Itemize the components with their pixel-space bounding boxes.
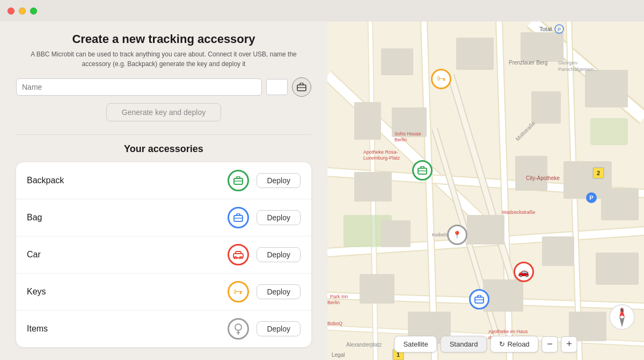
svg-text:Wadzeckstraße: Wadzeckstraße — [502, 210, 535, 215]
svg-rect-15 — [381, 48, 413, 75]
svg-rect-23 — [515, 156, 547, 191]
accessories-title: Your accessories — [16, 143, 311, 155]
marker-items[interactable]: 📍 — [447, 225, 467, 245]
svg-rect-17 — [521, 32, 564, 62]
svg-text:Apotheke Rosa-: Apotheke Rosa- — [363, 149, 398, 155]
minimize-button[interactable] — [19, 8, 26, 15]
deploy-button-bag[interactable]: Deploy — [257, 210, 301, 225]
deploy-button-backpack[interactable]: Deploy — [257, 173, 301, 188]
svg-text:Total: Total — [539, 26, 552, 32]
accessory-name: Keys — [27, 287, 228, 297]
accessory-icon — [228, 170, 249, 191]
accessory-item: Backpack Deploy — [16, 162, 311, 199]
svg-rect-27 — [467, 215, 504, 244]
map-legal: Legal — [332, 352, 345, 358]
svg-text:Berlin: Berlin — [394, 137, 407, 142]
zoom-in-button[interactable]: + — [561, 336, 577, 352]
svg-text:P: P — [558, 27, 561, 32]
standard-button[interactable]: Standard — [441, 336, 487, 352]
svg-rect-29 — [596, 253, 639, 285]
svg-text:Apotheke im Haus: Apotheke im Haus — [488, 329, 528, 334]
divider — [16, 134, 311, 135]
accessory-icon — [228, 207, 249, 228]
svg-rect-25 — [601, 188, 639, 220]
svg-point-9 — [235, 324, 241, 330]
svg-rect-14 — [590, 118, 628, 145]
svg-rect-28 — [542, 236, 574, 266]
svg-text:Park Inn: Park Inn — [330, 294, 348, 299]
svg-text:Luxemburg-Platz: Luxemburg-Platz — [363, 155, 400, 161]
accessory-name: Backpack — [27, 176, 228, 185]
close-button[interactable] — [8, 8, 14, 15]
svg-text:BoboQ: BoboQ — [327, 321, 342, 326]
svg-text:City-Apotheke: City-Apotheke — [526, 175, 560, 181]
input-row — [16, 77, 311, 97]
name-input[interactable] — [16, 78, 262, 96]
svg-rect-18 — [354, 102, 381, 140]
svg-text:P: P — [589, 195, 593, 201]
accessory-item: Keys🗝Deploy — [16, 273, 311, 311]
svg-rect-22 — [354, 172, 392, 201]
deploy-button-items[interactable]: Deploy — [257, 321, 301, 336]
accessory-name: Items — [27, 324, 228, 334]
marker-backpack[interactable] — [412, 160, 433, 181]
accessory-item: Car Deploy — [16, 236, 311, 273]
svg-rect-26 — [381, 220, 411, 247]
svg-rect-30 — [360, 274, 394, 304]
panel-title: Create a new tracking accessory — [16, 32, 311, 46]
map-panel: Total P Prenzlauer Berg Georgen- Parochi… — [327, 21, 644, 360]
svg-text:Alexanderplatz: Alexanderplatz — [346, 342, 382, 348]
reload-icon: ↻ — [499, 340, 505, 348]
accessory-name: Bag — [27, 213, 228, 222]
svg-text:Berlin: Berlin — [327, 300, 340, 305]
svg-text:Soho House: Soho House — [394, 131, 421, 136]
accessory-item: Items Deploy — [16, 311, 311, 347]
title-bar — [0, 0, 644, 21]
svg-text:N: N — [620, 307, 624, 313]
deploy-button-keys[interactable]: Deploy — [257, 284, 301, 299]
accessory-icon — [228, 244, 249, 265]
accessory-item: Bag Deploy — [16, 199, 311, 236]
svg-rect-21 — [585, 70, 628, 107]
accessories-list: Backpack DeployBag DeployCar DeployKeys🗝… — [16, 162, 311, 347]
zoom-out-button[interactable]: − — [542, 336, 558, 352]
accessory-name: Car — [27, 250, 228, 260]
maximize-button[interactable] — [30, 8, 37, 15]
svg-text:2: 2 — [597, 170, 600, 176]
generate-deploy-button[interactable]: Generate key and deploy — [106, 103, 221, 121]
map-area[interactable]: Total P Prenzlauer Berg Georgen- Parochi… — [327, 21, 644, 360]
left-panel: Create a new tracking accessory A BBC Mi… — [0, 21, 327, 360]
compass: N — [609, 304, 635, 330]
accessory-icon: 🗝 — [228, 281, 249, 303]
accessory-icon — [228, 318, 249, 340]
marker-keys[interactable]: 🗝 — [431, 69, 451, 89]
svg-rect-16 — [456, 38, 494, 70]
svg-text:Prenzlauer Berg: Prenzlauer Berg — [509, 60, 547, 66]
satellite-button[interactable]: Satellite — [394, 336, 437, 352]
marker-car[interactable]: 🚗 — [514, 262, 534, 282]
svg-rect-20 — [531, 91, 561, 124]
map-controls: Satellite Standard ↻Reload − + — [394, 336, 577, 352]
color-picker[interactable] — [266, 79, 288, 95]
deploy-button-car[interactable]: Deploy — [257, 247, 301, 262]
marker-bag[interactable] — [469, 289, 489, 309]
svg-text:Parochialgemein...: Parochialgemein... — [558, 67, 598, 72]
reload-button[interactable]: ↻Reload — [490, 336, 538, 352]
microbit-icon-button[interactable] — [292, 77, 311, 97]
main-container: Create a new tracking accessory A BBC Mi… — [0, 21, 644, 360]
svg-text:Georgen-: Georgen- — [558, 60, 579, 66]
panel-subtitle: A BBC Microbit can be used to track anyt… — [16, 49, 311, 69]
